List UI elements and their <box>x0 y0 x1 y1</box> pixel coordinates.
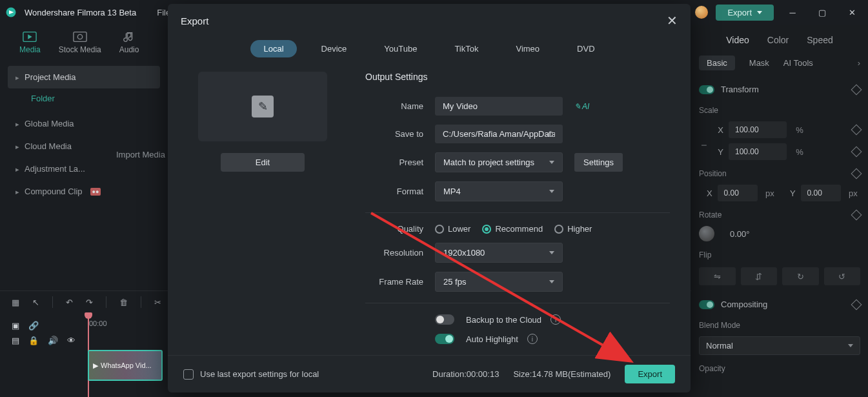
minimize-icon[interactable]: ─ <box>782 5 803 20</box>
settings-button[interactable]: Settings <box>574 153 623 172</box>
name-input[interactable] <box>435 97 563 116</box>
preview-thumbnail: ✎ <box>198 72 327 141</box>
link-icon[interactable]: 🔗 <box>28 321 39 331</box>
flip-v-button[interactable]: ⇵ <box>741 267 778 285</box>
redo-icon[interactable]: ↷ <box>86 298 93 307</box>
tab-audio[interactable]: Audio <box>119 31 139 54</box>
export-destination-tabs: Local Device YouTube TikTok Vimeo DVD <box>168 34 691 69</box>
inspector-panel: Video Color Speed Basic Mask AI Tools › … <box>691 25 868 397</box>
resolution-select[interactable]: 1920x1080 <box>435 243 563 263</box>
export-dialog: Export ✕ Local Device YouTube TikTok Vim… <box>168 4 691 392</box>
preset-select[interactable]: Match to project settings <box>435 152 563 172</box>
speaker-icon[interactable]: 🔊 <box>48 336 58 345</box>
folder-icon[interactable]: 🗀 <box>547 129 556 139</box>
maximize-icon[interactable]: ▢ <box>811 5 833 20</box>
eye-icon[interactable]: 👁 <box>67 336 76 345</box>
cut-icon[interactable]: ✂ <box>154 298 161 307</box>
tab-tiktok[interactable]: TikTok <box>441 40 491 57</box>
sidebar-item-folder[interactable]: Folder <box>8 88 160 112</box>
scale-x-input[interactable] <box>729 121 787 138</box>
blend-heading: Blend Mode <box>699 314 860 334</box>
keyframe-icon[interactable] <box>851 147 862 158</box>
import-media-hint: Import Media <box>116 150 165 159</box>
tl-icon[interactable]: ▦ <box>12 298 19 307</box>
duration-info: Duration:00:00:13 <box>432 369 499 379</box>
framerate-select[interactable]: 25 fps <box>435 272 563 292</box>
quality-lower-radio[interactable]: Lower <box>435 224 470 234</box>
inspector-tab-video[interactable]: Video <box>726 35 749 45</box>
inspector-tab-speed[interactable]: Speed <box>807 35 833 45</box>
keyframe-icon[interactable] <box>851 168 862 179</box>
sidebar-item-project-media[interactable]: Project Media <box>8 66 160 88</box>
sidebar-item-global-media[interactable]: Global Media <box>8 112 160 135</box>
svg-point-3 <box>77 34 82 39</box>
tab-stock-media[interactable]: Stock Media <box>59 31 101 54</box>
auto-highlight-label: Auto Highlight <box>466 334 518 344</box>
pointer-icon[interactable]: ↖ <box>32 298 39 307</box>
rotate-knob[interactable] <box>699 226 714 241</box>
rotate-ccw-button[interactable]: ↺ <box>824 267 861 285</box>
backup-cloud-label: Backup to the Cloud <box>466 315 541 325</box>
tab-media[interactable]: Media <box>19 31 41 54</box>
lock-icon[interactable]: 🔒 <box>28 336 39 345</box>
edit-button[interactable]: Edit <box>221 153 305 172</box>
rotate-cw-button[interactable]: ↻ <box>782 267 819 285</box>
app-logo-icon <box>5 6 17 18</box>
tab-vimeo[interactable]: Vimeo <box>503 40 552 57</box>
delete-icon[interactable]: 🗑 <box>119 298 128 307</box>
more-subtabs-icon[interactable]: › <box>858 58 860 68</box>
tab-dvd[interactable]: DVD <box>564 40 607 57</box>
audio-icon <box>122 31 136 43</box>
tab-youtube[interactable]: YouTube <box>371 40 430 57</box>
ai-rename-icon[interactable]: AI <box>574 102 589 111</box>
keyframe-icon[interactable] <box>851 299 862 310</box>
marker-icon[interactable]: ▣ <box>12 321 19 331</box>
inspector-subtab-ai[interactable]: AI Tools <box>783 58 813 68</box>
keyframe-icon[interactable] <box>851 125 862 136</box>
transform-label: Transform <box>721 85 759 94</box>
header-export-button[interactable]: Export <box>716 5 774 21</box>
opacity-heading: Opacity <box>699 358 860 377</box>
format-select[interactable]: MP4 <box>435 181 563 201</box>
quality-higher-radio[interactable]: Higher <box>554 224 592 234</box>
link-axes-icon[interactable]: ⎯ <box>699 130 709 152</box>
info-icon[interactable]: i <box>527 334 538 344</box>
inspector-subtab-mask[interactable]: Mask <box>749 58 769 68</box>
output-settings-heading: Output Settings <box>365 69 670 92</box>
media-icon <box>23 31 37 43</box>
tab-device[interactable]: Device <box>308 40 360 57</box>
inspector-subtab-basic[interactable]: Basic <box>699 56 735 70</box>
keyframe-icon[interactable] <box>851 210 862 221</box>
flip-h-button[interactable]: ⇋ <box>699 267 736 285</box>
sidebar-item-compound-clip[interactable]: Compound Clip●● <box>8 180 160 203</box>
auto-highlight-toggle[interactable] <box>435 334 454 344</box>
close-icon[interactable]: ✕ <box>667 13 678 28</box>
sidebar-item-adjustment-layer[interactable]: Adjustment La... <box>8 158 160 180</box>
position-heading: Position <box>699 169 727 178</box>
position-y-input[interactable] <box>801 185 841 201</box>
quality-recommend-radio[interactable]: Recommend <box>482 224 543 234</box>
new-badge: ●● <box>90 188 101 196</box>
compositing-toggle[interactable] <box>699 300 714 309</box>
avatar-icon[interactable] <box>695 6 708 19</box>
track-icon[interactable]: ▤ <box>12 336 19 345</box>
save-path-input[interactable] <box>435 125 563 143</box>
position-x-input[interactable] <box>718 185 758 201</box>
backup-cloud-toggle[interactable] <box>435 314 454 325</box>
scale-y-input[interactable] <box>729 143 787 160</box>
video-clip[interactable]: ▶WhatsApp Vid... <box>88 350 163 381</box>
export-button[interactable]: Export <box>625 365 675 383</box>
keyframe-icon[interactable] <box>851 84 862 95</box>
flip-heading: Flip <box>699 244 860 263</box>
app-title: Wondershare Filmora 13 Beta <box>25 8 136 17</box>
blend-mode-select[interactable]: Normal <box>699 336 860 355</box>
undo-icon[interactable]: ↶ <box>66 298 73 307</box>
info-icon[interactable]: i <box>550 314 561 325</box>
tab-local[interactable]: Local <box>250 40 296 57</box>
transform-toggle[interactable] <box>699 85 714 94</box>
close-window-icon[interactable]: ✕ <box>841 5 863 20</box>
size-info: Size:14.78 MB(Estimated) <box>513 369 611 379</box>
remember-settings-checkbox[interactable] <box>183 369 194 380</box>
svg-rect-2 <box>74 32 86 42</box>
inspector-tab-color[interactable]: Color <box>767 35 789 45</box>
